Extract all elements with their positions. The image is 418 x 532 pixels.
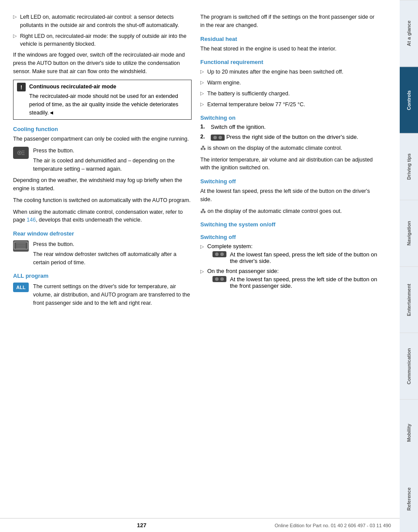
fog-windows-para: If the windows are fogged over, switch o… xyxy=(13,51,192,75)
switching-off-para2: ⁂ on the display of the automatic climat… xyxy=(200,207,379,215)
system-bullet-1: ▷ Complete system: At the lowest fan spe… xyxy=(200,243,379,264)
sidebar-item-at-a-glance[interactable]: At a glance xyxy=(400,0,418,67)
func-bullet-4-text: External temperature below 77 °F/25 °C. xyxy=(207,101,305,109)
bullet-arrow-f4: ▷ xyxy=(200,101,204,107)
page-number: 127 xyxy=(137,522,147,529)
bullet-arrow-icon-2: ▷ xyxy=(13,33,17,39)
system-off-sub-heading: Switching off xyxy=(200,234,379,240)
right-column: The program is switched off if the setti… xyxy=(200,13,379,506)
all-program-heading: ALL program xyxy=(13,273,192,279)
step2-text: Press the right side of the button on th… xyxy=(226,134,358,140)
dot-s2a xyxy=(215,277,219,281)
warning-title: Continuous recirculated-air mode xyxy=(29,83,187,91)
page-footer: 127 Online Edition for Part no. 01 40 2 … xyxy=(0,518,400,532)
functional-req-heading: Functional requirement xyxy=(200,59,379,65)
func-bullet-3: ▷ The battery is sufficiently charged. xyxy=(200,90,379,98)
sidebar-item-reference[interactable]: Reference xyxy=(400,466,418,532)
dot-s1a xyxy=(215,253,219,256)
func-bullet-4: ▷ External temperature below 77 °F/25 °C… xyxy=(200,101,379,109)
step2-content: Press the right side of the button on th… xyxy=(211,134,358,141)
bullet-right-led: ▷ Right LED on, recirculated-air mode: t… xyxy=(13,32,192,49)
system-bullet-2-content: On the front passenger side: At the lowe… xyxy=(207,268,379,289)
system-b1-icon xyxy=(212,251,226,257)
bullet-arrow-f3: ▷ xyxy=(200,91,204,96)
warning-text: The recirculated-air mode should not be … xyxy=(29,93,179,116)
system-bullet-2-label: On the front passenger side: xyxy=(207,268,279,274)
switch-on-step2: 2. Press the right side of the button on… xyxy=(200,134,379,141)
bullet-right-led-text: Right LED on, recirculated-air mode: the… xyxy=(20,32,192,49)
system-bullet-2: ▷ On the front passenger side: At the lo… xyxy=(200,268,379,289)
residual-heat-heading: Residual heat xyxy=(200,36,379,42)
residual-heat-para: The heat stored in the engine is used to… xyxy=(200,45,379,53)
sidebar-item-communication[interactable]: Communication xyxy=(400,333,418,399)
func-bullet-1-text: Up to 20 minutes after the engine has be… xyxy=(207,68,343,76)
sidebar-item-mobility[interactable]: Mobility xyxy=(400,399,418,466)
step1-num: 1. xyxy=(200,124,207,130)
system-bullet-1-label: Complete system: xyxy=(207,243,253,249)
rear-defroster-icon xyxy=(13,240,29,252)
all-program-text: The current settings on the driver's sid… xyxy=(33,283,192,307)
rear-defroster-heading: Rear window defroster xyxy=(13,230,192,237)
func-bullet-3-text: The battery is sufficiently charged. xyxy=(207,90,290,98)
cooling-para3: The cooling function is switched on auto… xyxy=(13,196,192,205)
warning-box: ! Continuous recirculated-air mode The r… xyxy=(13,80,192,120)
cooling-para4: When using the automatic climate control… xyxy=(13,208,192,225)
sidebar-item-navigation[interactable]: Navigation xyxy=(400,200,418,266)
warning-triangle-icon: ! xyxy=(17,83,26,91)
footer-text-right: Online Edition for Part no. 01 40 2 606 … xyxy=(275,523,391,528)
dot1 xyxy=(213,136,217,139)
all-program-block: ALL The current settings on the driver's… xyxy=(13,283,192,307)
cooling-button-block: Press the button. The air is cooled and … xyxy=(13,147,192,173)
sidebar-item-driving-tips[interactable]: Driving tips xyxy=(400,133,418,200)
two-dots-icon xyxy=(211,135,225,141)
bullet-left-led-text: Left LED on, automatic recirculated-air … xyxy=(20,13,192,30)
cooling-result-text: The air is cooled and dehumidified and –… xyxy=(33,157,192,173)
rear-defroster-block: Press the button. The rear window defros… xyxy=(13,240,192,266)
dot-s2b xyxy=(220,277,224,281)
sidebar: At a glance Controls Driving tips Naviga… xyxy=(400,0,418,532)
switching-on-para2: The interior temperature, air volume and… xyxy=(200,156,379,172)
bullet-arrow-f2: ▷ xyxy=(200,80,204,85)
system-bullet-1-content: Complete system: At the lowest fan speed… xyxy=(207,243,379,264)
system-b2-icon xyxy=(212,276,226,282)
switching-on-heading: Switching on xyxy=(200,114,379,121)
cooling-page-link[interactable]: 146 xyxy=(27,217,36,223)
switch-on-step1: 1. Switch off the ignition. xyxy=(200,124,379,130)
bullet-arrow-icon: ▷ xyxy=(13,14,17,20)
cooling-icon-text-block: Press the button. The air is cooled and … xyxy=(33,147,192,173)
step1-text: Switch off the ignition. xyxy=(211,124,266,130)
dot2 xyxy=(219,136,222,139)
svg-point-1 xyxy=(19,152,20,153)
step2-num: 2. xyxy=(200,134,207,140)
sidebar-item-entertainment[interactable]: Entertainment xyxy=(400,266,418,333)
system-onoff-heading: Switching the system on/off xyxy=(200,221,379,228)
switching-on-para1: ⁂ is shown on the display of the automat… xyxy=(200,144,379,152)
func-bullet-2: ▷ Warm engine. xyxy=(200,79,379,87)
switching-off-heading: Switching off xyxy=(200,178,379,185)
func-bullet-1: ▷ Up to 20 minutes after the engine has … xyxy=(200,68,379,76)
system-bullet-1-text: At the lowest fan speed, press the left … xyxy=(230,251,379,264)
system-b2-icon-row: At the lowest fan speed, press the left … xyxy=(212,276,379,289)
all-program-icon: ALL xyxy=(13,283,29,292)
bullet-arrow-s1: ▷ xyxy=(200,244,204,249)
rear-result-text: The rear window defroster switches off a… xyxy=(33,250,192,267)
bullet-arrow-s2: ▷ xyxy=(200,269,204,274)
cooling-button-icon xyxy=(13,147,29,159)
all-icon-text-block: The current settings on the driver's sid… xyxy=(33,283,192,307)
left-column: ▷ Left LED on, automatic recirculated-ai… xyxy=(13,13,192,506)
dot-s1b xyxy=(220,253,224,256)
func-bullet-2-text: Warm engine. xyxy=(207,79,241,87)
system-b1-icon-row: At the lowest fan speed, press the left … xyxy=(212,251,379,264)
switching-off-para1: At the lowest fan speed, press the left … xyxy=(200,187,379,204)
system-bullet-2-text: At the lowest fan speed, press the left … xyxy=(230,276,379,289)
rear-icon-text-block: Press the button. The rear window defros… xyxy=(33,240,192,266)
bullet-left-led: ▷ Left LED on, automatic recirculated-ai… xyxy=(13,13,192,30)
cooling-heading: Cooling function xyxy=(13,126,192,132)
cooling-para1: The passenger compartment can only be co… xyxy=(13,135,192,143)
cooling-press-text: Press the button. xyxy=(33,147,192,155)
program-switch-para: The program is switched off if the setti… xyxy=(200,13,379,30)
sidebar-item-controls[interactable]: Controls xyxy=(400,67,418,133)
bullet-arrow-f1: ▷ xyxy=(200,69,204,74)
cooling-para2: Depending on the weather, the windshield… xyxy=(13,176,192,193)
rear-press-text: Press the button. xyxy=(33,240,192,249)
